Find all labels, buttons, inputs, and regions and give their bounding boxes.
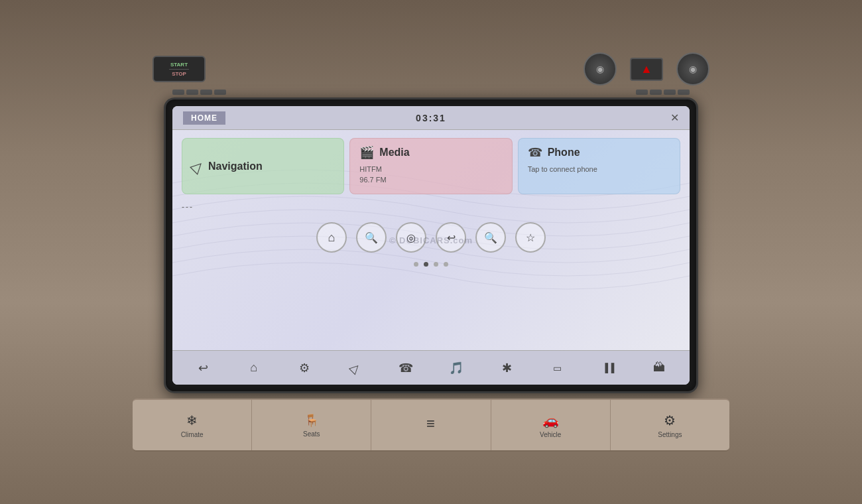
screen-header: HOME 03:31 ✕ <box>172 106 690 130</box>
shortcut-search2[interactable]: 🔍 <box>475 222 506 253</box>
navbar-bluetooth[interactable]: ✱ <box>491 355 524 381</box>
media-icon: 🎬 <box>359 145 374 160</box>
dot-4[interactable] <box>444 262 448 267</box>
right-knob[interactable]: ◉ <box>676 52 709 86</box>
vehicle-tab[interactable]: 🚗 Vehicle <box>491 400 611 450</box>
phone-label: Phone <box>548 147 580 158</box>
phone-subtitle: Tap to connect phone <box>528 165 597 173</box>
climate-label: Climate <box>181 431 204 438</box>
shortcut-search[interactable]: 🔍 <box>356 222 387 253</box>
seats-label: Seats <box>303 430 320 438</box>
navigation-label: Navigation <box>208 160 263 172</box>
menu-tab[interactable]: ≡ <box>371 400 491 450</box>
pagination-dots <box>172 258 690 271</box>
navbar-phone[interactable]: ☎ <box>389 355 422 381</box>
shortcut-home[interactable]: ⌂ <box>316 222 347 253</box>
screen-bezel: HOME 03:31 ✕ © DUBICARS.com <box>164 97 698 393</box>
navbar-media[interactable]: 🎵 <box>440 355 473 381</box>
navbar-terrain[interactable]: 🏔 <box>643 355 676 381</box>
shortcut-back-media[interactable]: ↩ <box>436 222 466 253</box>
settings-icon: ⚙ <box>664 412 676 428</box>
vehicle-label: Vehicle <box>540 431 561 438</box>
navbar-home[interactable]: ⌂ <box>237 355 271 381</box>
shortcut-favorites[interactable]: ☆ <box>515 222 546 253</box>
climate-icon: ❄ <box>186 412 198 428</box>
dot-1[interactable] <box>414 262 418 267</box>
start-stop-button[interactable]: START STOP <box>153 56 206 82</box>
bottom-control-panel: ❄ Climate 🪑 Seats ≡ 🚗 Vehicle ⚙ Settings <box>133 399 729 452</box>
navbar-signal[interactable]: ▐▐ <box>591 355 625 381</box>
close-button[interactable]: ✕ <box>670 111 679 124</box>
infotainment-screen: HOME 03:31 ✕ © DUBICARS.com <box>172 106 690 385</box>
navbar-settings[interactable]: ⚙ <box>288 355 321 381</box>
dot-2[interactable] <box>424 262 428 267</box>
media-label: Media <box>379 147 409 158</box>
navbar-camera[interactable]: ▭ <box>541 355 574 381</box>
car-interior: START STOP ◉ ▲ ◉ HOME <box>0 0 862 504</box>
settings-tab[interactable]: ⚙ Settings <box>611 400 729 450</box>
climate-tab[interactable]: ❄ Climate <box>133 400 252 450</box>
time-display: 03:31 <box>416 113 446 123</box>
left-knob[interactable]: ◉ <box>584 52 617 86</box>
seats-icon: 🪑 <box>304 413 319 428</box>
home-label: HOME <box>183 111 225 125</box>
navigation-icon: ▷ <box>187 156 207 176</box>
shortcuts-row: ⌂ 🔍 ◎ ↩ 🔍 ☆ <box>172 217 690 258</box>
hazard-button[interactable]: ▲ <box>630 58 663 81</box>
seats-tab[interactable]: 🪑 Seats <box>252 400 371 450</box>
dash-text: --- <box>182 202 680 212</box>
screen-navbar: ↩ ⌂ ⚙ ▷ ☎ 🎵 ✱ ▭ ▐▐ 🏔 <box>172 350 690 385</box>
middle-row: --- <box>172 200 690 217</box>
station-name: HITFM <box>359 165 386 173</box>
station-freq: 96.7 FM <box>359 176 386 184</box>
tiles-row: ▷ Navigation 🎬 Media HITFM 96.7 FM <box>172 130 690 200</box>
media-tile[interactable]: 🎬 Media HITFM 96.7 FM <box>349 138 512 194</box>
dot-3[interactable] <box>434 262 438 267</box>
screen-content: © DUBICARS.com ▷ Navigation 🎬 Media <box>172 130 690 350</box>
navbar-back[interactable]: ↩ <box>186 355 219 381</box>
vehicle-icon: 🚗 <box>542 412 559 428</box>
navbar-navigation[interactable]: ▷ <box>334 347 375 385</box>
phone-tile[interactable]: ☎ Phone Tap to connect phone <box>518 138 680 194</box>
settings-label: Settings <box>658 431 682 438</box>
phone-icon: ☎ <box>528 145 542 160</box>
navigation-tile[interactable]: ▷ Navigation <box>182 138 344 194</box>
shortcut-map[interactable]: ◎ <box>396 222 426 253</box>
menu-icon: ≡ <box>426 415 436 432</box>
